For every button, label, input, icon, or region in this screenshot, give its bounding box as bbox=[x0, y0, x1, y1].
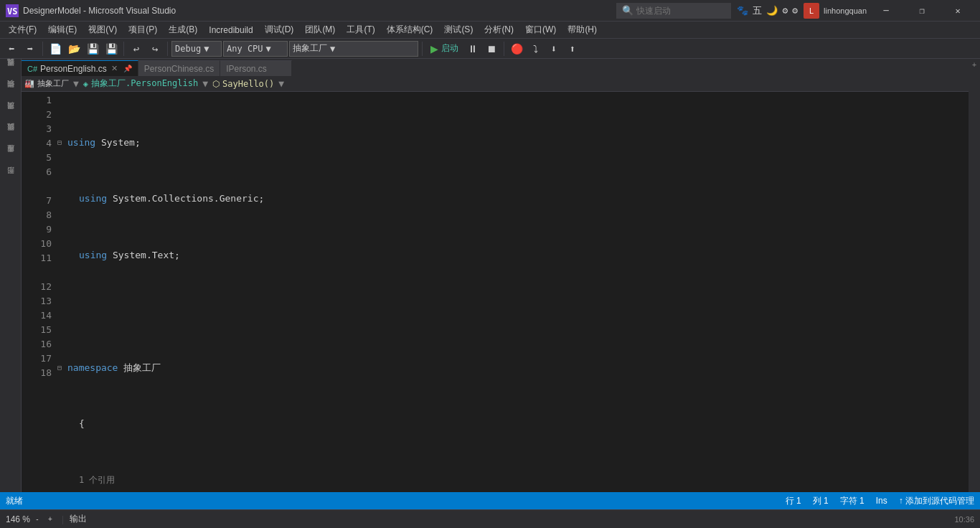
title-bar: VS DesignerModel - Microsoft Visual Stud… bbox=[0, 0, 980, 22]
tab-person-english[interactable]: C# PersonEnglish.cs ✕ 📌 bbox=[22, 60, 138, 76]
nav-method[interactable]: ⬡ SayHello() bbox=[212, 79, 274, 89]
menu-item-project[interactable]: 项目(P) bbox=[123, 22, 163, 39]
code-ref-line-1: 1 个引用 bbox=[57, 473, 969, 486]
toolbar-back-btn[interactable]: ⬅ bbox=[3, 40, 20, 57]
minimize-button[interactable]: ─ bbox=[870, 0, 903, 22]
menu-item-team[interactable]: 团队(M) bbox=[299, 22, 341, 39]
code-line-4 bbox=[57, 304, 969, 319]
output-bar: 146 % - + | 输出 10:36 bbox=[0, 509, 980, 528]
nav-namespace-path: 抽象工厂.PersonEnglish bbox=[91, 77, 198, 90]
menu-item-view[interactable]: 视图(V) bbox=[83, 22, 123, 39]
nav-project-icon: 🏭 bbox=[24, 79, 34, 88]
tab-icon-1: C# bbox=[27, 65, 37, 73]
menu-item-analyze[interactable]: 分析(N) bbox=[479, 22, 519, 39]
zoom-increase-btn[interactable]: + bbox=[44, 514, 56, 525]
toolbar-step-btn[interactable]: ⤵ bbox=[527, 40, 544, 57]
zoom-control: 146 % - + bbox=[6, 514, 56, 525]
toolbar-new-btn[interactable]: 📄 bbox=[47, 40, 64, 57]
sidebar-error-list[interactable]: 错误列表 bbox=[1, 83, 21, 103]
status-time: 10:36 bbox=[954, 515, 974, 524]
collapse-5[interactable]: ⊟ bbox=[57, 362, 66, 373]
ln-14: 14 bbox=[22, 308, 52, 323]
ln-7: 7 bbox=[22, 194, 52, 208]
editor-area: 1 2 3 4 5 6 7 8 9 10 11 12 13 14 15 16 1… bbox=[22, 92, 969, 492]
zoom-decrease-btn[interactable]: - bbox=[32, 514, 43, 525]
code-line-3: using System.Text; bbox=[57, 248, 969, 263]
paw-icon: 🐾 bbox=[737, 5, 748, 16]
nav-sep-2: ▼ bbox=[202, 78, 208, 89]
sidebar-resource-view[interactable]: 资源视图 bbox=[1, 62, 21, 82]
code-3: using System.Text; bbox=[67, 248, 180, 263]
menu-item-window[interactable]: 窗口(W) bbox=[519, 22, 562, 39]
menu-item-build[interactable]: 生成(B) bbox=[163, 22, 203, 39]
cpu-config-dropdown[interactable]: Any CPU ▼ bbox=[223, 41, 288, 57]
ln-3: 3 bbox=[22, 122, 52, 136]
toolbar-redo-btn[interactable]: ↪ bbox=[146, 40, 164, 57]
code-line-6: { bbox=[57, 417, 969, 431]
status-bar: 就绪 行 1 列 1 字符 1 Ins ↑ 添加到源代码管理 bbox=[0, 492, 980, 509]
chevron-down-icon-3: ▼ bbox=[330, 44, 335, 54]
debug-config-dropdown[interactable]: Debug ▼ bbox=[171, 41, 222, 57]
toolbar-save-btn[interactable]: 💾 bbox=[84, 40, 101, 57]
sidebar-prepare[interactable]: 准备应用 bbox=[1, 148, 21, 168]
ln-ref2 bbox=[22, 265, 52, 280]
sidebar-graphics[interactable]: 图形 bbox=[1, 169, 21, 189]
tab-person-chinese[interactable]: PersonChinese.cs bbox=[138, 60, 220, 76]
gear-icon: ⚙ bbox=[782, 5, 788, 16]
quick-launch-input[interactable] bbox=[636, 6, 722, 16]
output-label: 输出 bbox=[70, 513, 87, 525]
settings-icon: ⚙ bbox=[792, 5, 798, 16]
ln-2: 2 bbox=[22, 108, 52, 122]
menu-item-help[interactable]: 帮助(H) bbox=[562, 22, 603, 39]
tabs-bar: C# PersonEnglish.cs ✕ 📌 PersonChinese.cs… bbox=[22, 59, 969, 76]
code-content[interactable]: ⊟ using System; using System.Collections… bbox=[57, 92, 969, 492]
toolbar-misc-btn[interactable]: ⬇ bbox=[545, 40, 562, 57]
sidebar-call-hierarchy[interactable]: 调用层次 bbox=[1, 105, 21, 125]
toolbar-forward-btn[interactable]: ➡ bbox=[22, 40, 39, 57]
collapse-1[interactable]: ⊟ bbox=[57, 137, 66, 148]
menu-item-file[interactable]: 文件(F) bbox=[3, 22, 42, 39]
restore-button[interactable]: ❐ bbox=[905, 0, 938, 22]
status-ready-label: 就绪 bbox=[6, 495, 23, 507]
menu-item-tools[interactable]: 工具(T) bbox=[341, 22, 380, 39]
code-5: namespace 抽象工厂 bbox=[67, 361, 161, 375]
tab-iperson[interactable]: IPerson.cs bbox=[220, 60, 292, 76]
ln-6: 6 bbox=[22, 165, 52, 179]
sidebar-team-explorer[interactable]: 团队资源 bbox=[1, 126, 21, 146]
status-ins: Ins bbox=[876, 496, 887, 506]
right-sidebar-top-btn[interactable]: + bbox=[969, 59, 980, 70]
menu-item-edit[interactable]: 编辑(E) bbox=[42, 22, 83, 39]
tab-close-1[interactable]: ✕ bbox=[110, 63, 119, 74]
toolbar-misc2-btn[interactable]: ⬆ bbox=[564, 40, 581, 57]
five-label: 五 bbox=[753, 4, 762, 17]
ln-4: 4 bbox=[22, 136, 52, 151]
tab-label-2: PersonChinese.cs bbox=[144, 64, 214, 74]
toolbar-undo-btn[interactable]: ↩ bbox=[128, 40, 145, 57]
menu-item-test[interactable]: 测试(S) bbox=[438, 22, 479, 39]
close-button[interactable]: ✕ bbox=[941, 0, 974, 22]
toolbar-bp-btn[interactable]: 🔴 bbox=[508, 40, 525, 57]
code-6: { bbox=[67, 417, 85, 431]
toolbar-sep-1 bbox=[42, 42, 43, 56]
menu-item-debug[interactable]: 调试(D) bbox=[259, 22, 300, 39]
toolbar-pause-btn[interactable]: ⏸ bbox=[464, 40, 481, 57]
status-row: 行 1 bbox=[786, 495, 801, 507]
quick-launch-box[interactable]: 🔍 bbox=[616, 3, 731, 19]
menu-item-architecture[interactable]: 体系结构(C) bbox=[381, 22, 439, 39]
tab-label-1: PersonEnglish.cs bbox=[40, 64, 107, 74]
search-icon: 🔍 bbox=[622, 5, 633, 16]
tab-label-3: IPerson.cs bbox=[226, 64, 267, 74]
toolbar-save-all-btn[interactable]: 💾 bbox=[103, 40, 120, 57]
nav-namespace[interactable]: ◈ 抽象工厂.PersonEnglish bbox=[83, 77, 198, 90]
ln-8: 8 bbox=[22, 208, 52, 222]
menu-item-incredibuild[interactable]: Incredibuild bbox=[203, 22, 258, 39]
toolbar-open-btn[interactable]: 📂 bbox=[65, 40, 83, 57]
toolbar-stop-btn[interactable]: ⏹ bbox=[483, 40, 500, 57]
project-config-dropdown[interactable]: 抽象工厂 ▼ bbox=[289, 41, 418, 57]
tab-pin-1[interactable]: 📌 bbox=[123, 65, 132, 72]
nav-project[interactable]: 🏭 抽象工厂 bbox=[24, 78, 69, 89]
status-col: 列 1 bbox=[813, 495, 829, 507]
status-add-source[interactable]: ↑ 添加到源代码管理 bbox=[899, 495, 974, 507]
nav-method-name: SayHello() bbox=[222, 79, 274, 89]
run-button[interactable]: ▶ 启动 bbox=[426, 41, 463, 57]
